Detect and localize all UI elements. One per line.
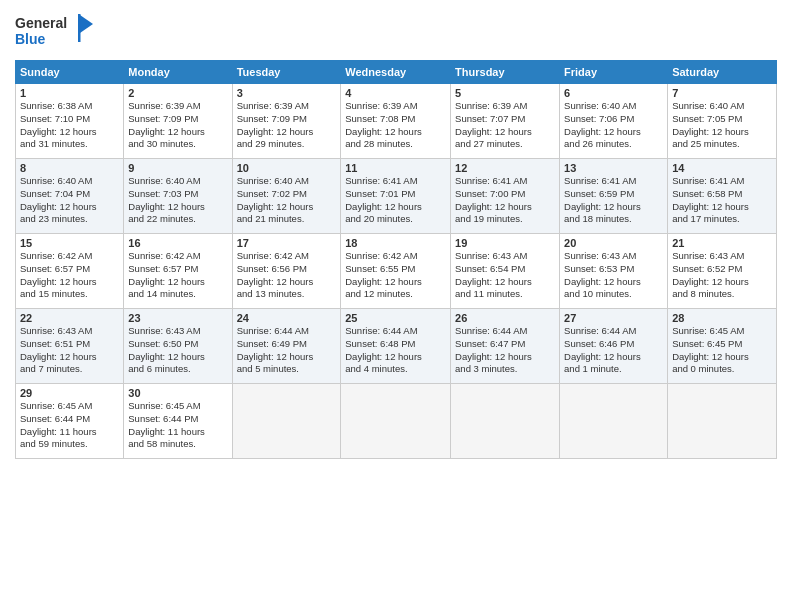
svg-text:Blue: Blue (15, 31, 46, 47)
calendar-cell: 22Sunrise: 6:43 AM Sunset: 6:51 PM Dayli… (16, 309, 124, 384)
day-info: Sunrise: 6:43 AM Sunset: 6:54 PM Dayligh… (455, 250, 555, 301)
calendar-cell: 23Sunrise: 6:43 AM Sunset: 6:50 PM Dayli… (124, 309, 232, 384)
calendar-cell (341, 384, 451, 459)
day-number: 11 (345, 162, 446, 174)
calendar-cell: 14Sunrise: 6:41 AM Sunset: 6:58 PM Dayli… (668, 159, 777, 234)
weekday-header-thursday: Thursday (451, 61, 560, 84)
day-info: Sunrise: 6:39 AM Sunset: 7:08 PM Dayligh… (345, 100, 446, 151)
day-number: 26 (455, 312, 555, 324)
day-number: 15 (20, 237, 119, 249)
day-info: Sunrise: 6:41 AM Sunset: 7:00 PM Dayligh… (455, 175, 555, 226)
header-row: General Blue (15, 10, 777, 54)
weekday-header-row: SundayMondayTuesdayWednesdayThursdayFrid… (16, 61, 777, 84)
calendar-cell: 15Sunrise: 6:42 AM Sunset: 6:57 PM Dayli… (16, 234, 124, 309)
day-info: Sunrise: 6:39 AM Sunset: 7:07 PM Dayligh… (455, 100, 555, 151)
day-number: 3 (237, 87, 337, 99)
day-info: Sunrise: 6:44 AM Sunset: 6:46 PM Dayligh… (564, 325, 663, 376)
day-number: 19 (455, 237, 555, 249)
day-number: 20 (564, 237, 663, 249)
day-info: Sunrise: 6:39 AM Sunset: 7:09 PM Dayligh… (237, 100, 337, 151)
day-number: 1 (20, 87, 119, 99)
calendar-header: SundayMondayTuesdayWednesdayThursdayFrid… (16, 61, 777, 84)
day-info: Sunrise: 6:43 AM Sunset: 6:53 PM Dayligh… (564, 250, 663, 301)
calendar-week-row: 22Sunrise: 6:43 AM Sunset: 6:51 PM Dayli… (16, 309, 777, 384)
calendar-cell: 28Sunrise: 6:45 AM Sunset: 6:45 PM Dayli… (668, 309, 777, 384)
calendar-week-row: 15Sunrise: 6:42 AM Sunset: 6:57 PM Dayli… (16, 234, 777, 309)
calendar-cell: 12Sunrise: 6:41 AM Sunset: 7:00 PM Dayli… (451, 159, 560, 234)
day-number: 28 (672, 312, 772, 324)
day-number: 24 (237, 312, 337, 324)
calendar-cell: 2Sunrise: 6:39 AM Sunset: 7:09 PM Daylig… (124, 84, 232, 159)
calendar-week-row: 1Sunrise: 6:38 AM Sunset: 7:10 PM Daylig… (16, 84, 777, 159)
calendar-cell: 3Sunrise: 6:39 AM Sunset: 7:09 PM Daylig… (232, 84, 341, 159)
day-info: Sunrise: 6:38 AM Sunset: 7:10 PM Dayligh… (20, 100, 119, 151)
day-info: Sunrise: 6:42 AM Sunset: 6:56 PM Dayligh… (237, 250, 337, 301)
logo: General Blue (15, 10, 95, 54)
calendar-cell: 5Sunrise: 6:39 AM Sunset: 7:07 PM Daylig… (451, 84, 560, 159)
calendar-cell: 7Sunrise: 6:40 AM Sunset: 7:05 PM Daylig… (668, 84, 777, 159)
logo-svg: General Blue (15, 10, 95, 50)
day-number: 9 (128, 162, 227, 174)
svg-rect-3 (78, 14, 81, 42)
day-info: Sunrise: 6:42 AM Sunset: 6:55 PM Dayligh… (345, 250, 446, 301)
day-info: Sunrise: 6:41 AM Sunset: 6:58 PM Dayligh… (672, 175, 772, 226)
day-info: Sunrise: 6:39 AM Sunset: 7:09 PM Dayligh… (128, 100, 227, 151)
day-number: 4 (345, 87, 446, 99)
calendar-cell (232, 384, 341, 459)
day-info: Sunrise: 6:40 AM Sunset: 7:04 PM Dayligh… (20, 175, 119, 226)
calendar-cell: 10Sunrise: 6:40 AM Sunset: 7:02 PM Dayli… (232, 159, 341, 234)
day-info: Sunrise: 6:45 AM Sunset: 6:44 PM Dayligh… (20, 400, 119, 451)
day-number: 7 (672, 87, 772, 99)
day-number: 18 (345, 237, 446, 249)
calendar-cell: 24Sunrise: 6:44 AM Sunset: 6:49 PM Dayli… (232, 309, 341, 384)
logo-area: General Blue (15, 10, 95, 54)
calendar-cell: 26Sunrise: 6:44 AM Sunset: 6:47 PM Dayli… (451, 309, 560, 384)
calendar-cell: 6Sunrise: 6:40 AM Sunset: 7:06 PM Daylig… (560, 84, 668, 159)
day-info: Sunrise: 6:40 AM Sunset: 7:05 PM Dayligh… (672, 100, 772, 151)
weekday-header-wednesday: Wednesday (341, 61, 451, 84)
day-info: Sunrise: 6:42 AM Sunset: 6:57 PM Dayligh… (128, 250, 227, 301)
day-number: 12 (455, 162, 555, 174)
calendar-cell: 13Sunrise: 6:41 AM Sunset: 6:59 PM Dayli… (560, 159, 668, 234)
calendar-cell: 21Sunrise: 6:43 AM Sunset: 6:52 PM Dayli… (668, 234, 777, 309)
day-number: 8 (20, 162, 119, 174)
day-number: 6 (564, 87, 663, 99)
day-info: Sunrise: 6:44 AM Sunset: 6:49 PM Dayligh… (237, 325, 337, 376)
calendar-cell (451, 384, 560, 459)
day-number: 25 (345, 312, 446, 324)
weekday-header-sunday: Sunday (16, 61, 124, 84)
day-number: 17 (237, 237, 337, 249)
calendar-cell: 16Sunrise: 6:42 AM Sunset: 6:57 PM Dayli… (124, 234, 232, 309)
calendar-cell: 9Sunrise: 6:40 AM Sunset: 7:03 PM Daylig… (124, 159, 232, 234)
day-number: 27 (564, 312, 663, 324)
day-info: Sunrise: 6:43 AM Sunset: 6:50 PM Dayligh… (128, 325, 227, 376)
day-number: 30 (128, 387, 227, 399)
calendar-cell: 17Sunrise: 6:42 AM Sunset: 6:56 PM Dayli… (232, 234, 341, 309)
day-info: Sunrise: 6:42 AM Sunset: 6:57 PM Dayligh… (20, 250, 119, 301)
calendar-cell: 25Sunrise: 6:44 AM Sunset: 6:48 PM Dayli… (341, 309, 451, 384)
day-number: 5 (455, 87, 555, 99)
calendar-week-row: 29Sunrise: 6:45 AM Sunset: 6:44 PM Dayli… (16, 384, 777, 459)
day-info: Sunrise: 6:43 AM Sunset: 6:51 PM Dayligh… (20, 325, 119, 376)
calendar-cell (560, 384, 668, 459)
day-info: Sunrise: 6:45 AM Sunset: 6:45 PM Dayligh… (672, 325, 772, 376)
weekday-header-tuesday: Tuesday (232, 61, 341, 84)
weekday-header-friday: Friday (560, 61, 668, 84)
calendar-cell: 11Sunrise: 6:41 AM Sunset: 7:01 PM Dayli… (341, 159, 451, 234)
calendar-cell: 4Sunrise: 6:39 AM Sunset: 7:08 PM Daylig… (341, 84, 451, 159)
calendar-cell: 19Sunrise: 6:43 AM Sunset: 6:54 PM Dayli… (451, 234, 560, 309)
calendar-cell: 8Sunrise: 6:40 AM Sunset: 7:04 PM Daylig… (16, 159, 124, 234)
day-number: 13 (564, 162, 663, 174)
calendar-cell (668, 384, 777, 459)
day-info: Sunrise: 6:40 AM Sunset: 7:06 PM Dayligh… (564, 100, 663, 151)
weekday-header-monday: Monday (124, 61, 232, 84)
day-number: 21 (672, 237, 772, 249)
day-info: Sunrise: 6:40 AM Sunset: 7:03 PM Dayligh… (128, 175, 227, 226)
svg-text:General: General (15, 15, 67, 31)
calendar-week-row: 8Sunrise: 6:40 AM Sunset: 7:04 PM Daylig… (16, 159, 777, 234)
calendar-body: 1Sunrise: 6:38 AM Sunset: 7:10 PM Daylig… (16, 84, 777, 459)
day-number: 14 (672, 162, 772, 174)
svg-marker-2 (80, 15, 93, 33)
day-number: 16 (128, 237, 227, 249)
day-info: Sunrise: 6:44 AM Sunset: 6:47 PM Dayligh… (455, 325, 555, 376)
